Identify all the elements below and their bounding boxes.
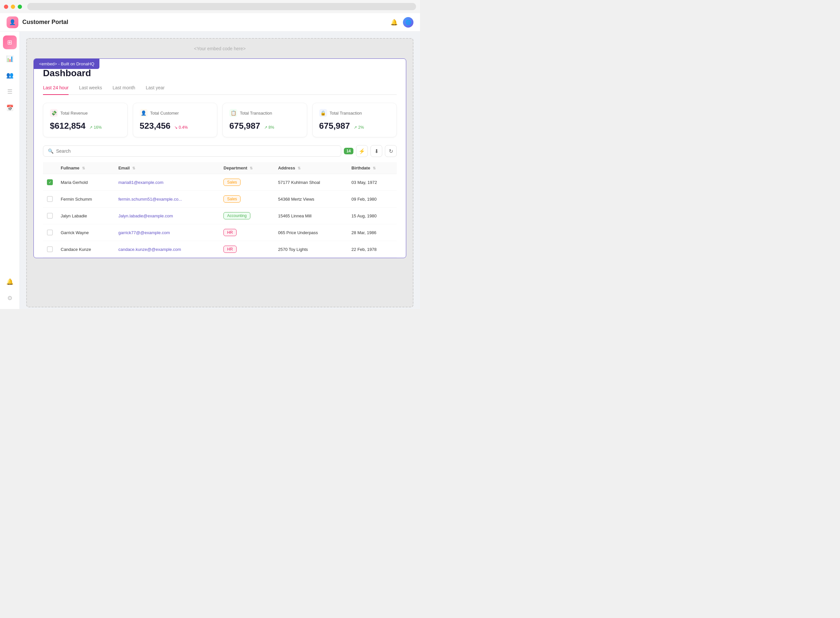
row3-address: 15465 Linnea Mill <box>274 208 348 224</box>
col-address[interactable]: Address ⇅ <box>274 162 348 174</box>
sidebar-item-calendar[interactable]: 📅 <box>3 101 17 115</box>
transaction1-value: 675,987 <box>230 121 260 131</box>
row1-email: maria81@example.com <box>114 174 220 191</box>
tab-24h[interactable]: Last 24 hour <box>43 85 68 95</box>
download-icon: ⬇ <box>374 148 379 154</box>
embed-tag: <embed> - Built on DronaHQ <box>34 59 99 69</box>
notification-bell-icon[interactable]: 🔔 <box>391 19 398 26</box>
transaction1-icon: 📋 <box>230 109 237 117</box>
calendar-icon: 📅 <box>6 104 13 111</box>
chart-icon: 📊 <box>6 55 13 62</box>
sidebar-item-chart[interactable]: 📊 <box>3 52 17 66</box>
table-row: ✓ Maria Gerhold maria81@example.com Sale… <box>43 174 397 191</box>
tab-month[interactable]: Last month <box>113 85 135 95</box>
dashboard: Dashboard Last 24 hour Last weeks Last m… <box>43 68 397 258</box>
sort-icon-email: ⇅ <box>132 166 135 170</box>
row3-checkbox[interactable] <box>47 213 53 219</box>
table-toolbar: 🔍 14 ⚡ ⬇ <box>43 145 397 157</box>
table-row: Fermin Schumm fermin.schumm51@example.co… <box>43 191 397 208</box>
row4-fullname: Garrick Wayne <box>57 224 114 241</box>
embed-outer: <Your embed code here> <embed> - Built o… <box>26 38 413 308</box>
row2-checkbox[interactable] <box>47 196 53 202</box>
row1-checkbox-cell: ✓ <box>43 174 57 191</box>
filter-button[interactable]: ⚡ <box>356 145 368 157</box>
sidebar-item-users[interactable]: 👥 <box>3 68 17 82</box>
row4-address: 065 Price Underpass <box>274 224 348 241</box>
row1-checkbox[interactable]: ✓ <box>47 179 53 185</box>
row3-email: Jalyn.labadie@example.com <box>114 208 220 224</box>
stat-value-revenue: $612,854 ↗ 16% <box>50 121 121 131</box>
col-birthdate[interactable]: Birthdate ⇅ <box>348 162 397 174</box>
stat-card-transaction1: 📋 Total Transaction 675,987 ↗ 8% <box>222 103 307 137</box>
stat-value-transaction2: 675,987 ↗ 2% <box>319 121 390 131</box>
header-actions: 🔔 🌐 <box>391 17 413 28</box>
app-title: Customer Portal <box>22 19 387 25</box>
minimize-button[interactable] <box>11 4 15 9</box>
transaction2-icon: 🔒 <box>319 109 327 117</box>
stat-value-customer: 523,456 ↘ 0.4% <box>140 121 211 131</box>
stat-header-revenue: 💸 Total Revenue <box>50 109 121 117</box>
sidebar-item-list[interactable]: ☰ <box>3 85 17 98</box>
sidebar-item-notifications[interactable]: 🔔 <box>3 275 17 289</box>
row3-dept-badge: Accounting <box>224 212 250 219</box>
download-button[interactable]: ⬇ <box>370 145 382 157</box>
close-button[interactable] <box>4 4 8 9</box>
row5-department: HR <box>219 241 274 258</box>
col-department[interactable]: Department ⇅ <box>219 162 274 174</box>
col-checkbox <box>43 162 57 174</box>
row1-dept-badge: Sales <box>224 179 240 186</box>
search-box: 🔍 <box>43 146 341 157</box>
transaction2-label: Total Transaction <box>330 111 362 116</box>
stat-value-transaction1: 675,987 ↗ 8% <box>230 121 300 131</box>
stat-header-transaction1: 📋 Total Transaction <box>230 109 300 117</box>
refresh-button[interactable]: ↻ <box>385 145 397 157</box>
bell-icon: 🔔 <box>6 278 13 285</box>
row3-checkbox-cell <box>43 208 57 224</box>
row4-department: HR <box>219 224 274 241</box>
page-area: <Your embed code here> <embed> - Built o… <box>20 31 420 309</box>
sidebar-item-grid[interactable]: ⊞ <box>3 36 17 49</box>
row3-email-link[interactable]: Jalyn.labadie@example.com <box>119 214 173 218</box>
stat-card-transaction2: 🔒 Total Transaction 675,987 ↗ 2% <box>313 103 397 137</box>
row2-checkbox-cell <box>43 191 57 208</box>
user-avatar[interactable]: 🌐 <box>403 17 413 28</box>
url-bar[interactable] <box>27 3 416 10</box>
row4-birthdate: 28 Mar, 1986 <box>348 224 397 241</box>
customer-change: ↘ 0.4% <box>174 125 188 130</box>
transaction1-change: ↗ 8% <box>264 125 274 130</box>
row-count-badge: 14 <box>344 148 353 154</box>
row4-email-link[interactable]: garrick77@@example.com <box>119 230 170 235</box>
row5-checkbox-cell <box>43 241 57 258</box>
row4-checkbox-cell <box>43 224 57 241</box>
up-arrow-icon3: ↗ <box>354 125 357 130</box>
row1-department: Sales <box>219 174 274 191</box>
grid-icon: ⊞ <box>7 39 12 46</box>
title-bar <box>0 0 420 13</box>
refresh-icon: ↻ <box>389 148 393 154</box>
row2-email-link[interactable]: fermin.schumm51@example.co... <box>119 197 182 202</box>
transaction2-change: ↗ 2% <box>354 125 364 130</box>
row4-checkbox[interactable] <box>47 230 53 235</box>
stat-header-customer: 👤 Total Customer <box>140 109 211 117</box>
embed-hint: <Your embed code here> <box>194 46 246 51</box>
col-fullname[interactable]: Fullname ⇅ <box>57 162 114 174</box>
revenue-change: ↗ 16% <box>89 125 101 130</box>
tab-year[interactable]: Last year <box>146 85 165 95</box>
row1-email-link[interactable]: maria81@example.com <box>119 180 163 185</box>
customer-label: Total Customer <box>150 111 179 116</box>
embed-inner: <embed> - Built on DronaHQ Dashboard Las… <box>34 58 406 258</box>
row5-checkbox[interactable] <box>47 246 53 252</box>
users-icon: 👥 <box>6 71 13 79</box>
table-row: Jalyn Labadie Jalyn.labadie@example.com … <box>43 208 397 224</box>
maximize-button[interactable] <box>18 4 22 9</box>
app-shell: 👤 Customer Portal 🔔 🌐 ⊞ 📊 👥 ☰ <box>0 13 420 309</box>
sort-icon-fullname: ⇅ <box>82 166 85 170</box>
settings-icon: ⚙ <box>7 294 12 302</box>
tab-weeks[interactable]: Last weeks <box>79 85 102 95</box>
search-input[interactable] <box>56 149 336 154</box>
row2-dept-badge: Sales <box>224 195 240 203</box>
row5-email-link[interactable]: candace.kunze@@example.com <box>119 247 181 252</box>
table-row: Garrick Wayne garrick77@@example.com HR … <box>43 224 397 241</box>
col-email[interactable]: Email ⇅ <box>114 162 220 174</box>
sidebar-item-settings[interactable]: ⚙ <box>3 291 17 305</box>
